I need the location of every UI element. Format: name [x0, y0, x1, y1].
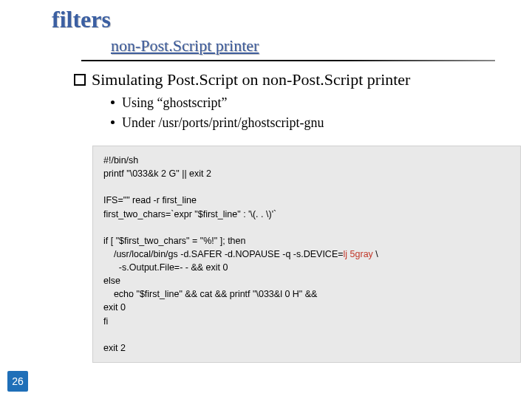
sub-bullet-2: Under /usr/ports/print/ghostscript-gnu: [111, 115, 517, 131]
code-line: fi: [103, 316, 108, 327]
dot-bullet-icon: [111, 100, 115, 104]
code-block: #!/bin/sh printf "\033&k 2 G" || exit 2 …: [92, 146, 521, 363]
divider: [81, 60, 495, 61]
code-line: if [ "$first_two_chars" = "%!" ]; then: [103, 236, 245, 246]
slide-number-badge: 26: [7, 371, 28, 392]
sub-bullet-1-text: Using “ghostscript”: [122, 95, 227, 110]
slide-number: 26: [12, 375, 24, 387]
page-title: filters: [52, 6, 517, 33]
main-bullet: Simulating Post.Script on non-Post.Scrip…: [74, 70, 517, 89]
code-line: IFS="" read -r first_line: [103, 195, 197, 205]
code-line: \: [373, 249, 378, 259]
square-bullet-icon: [74, 74, 86, 86]
page-subtitle: non-Post.Script printer: [111, 36, 259, 55]
slide: Computer Center, CS, NCTU 26 filters non…: [0, 0, 532, 399]
main-bullet-text: Simulating Post.Script on non-Post.Scrip…: [92, 70, 410, 89]
code-line: else: [103, 276, 120, 286]
content-area: filters non-Post.Script printer Simulati…: [52, 6, 517, 363]
subtitle-row: non-Post.Script printer: [111, 36, 517, 55]
code-line: printf "\033&k 2 G" || exit 2: [103, 168, 211, 179]
code-line: exit 0: [103, 302, 126, 313]
code-line: #!/bin/sh: [103, 155, 138, 166]
code-highlight: lj 5gray: [344, 249, 373, 259]
code-line: echo "$first_line" && cat && printf "\03…: [103, 289, 317, 299]
sub-bullet-2-text: Under /usr/ports/print/ghostscript-gnu: [122, 115, 324, 130]
code-line: -s.Output.File=- - && exit 0: [103, 262, 228, 273]
dot-bullet-icon: [111, 120, 115, 124]
sub-bullet-1: Using “ghostscript”: [111, 95, 517, 111]
code-line: /usr/local/bin/gs -d.SAFER -d.NOPAUSE -q…: [103, 249, 344, 259]
code-line: first_two_chars=`expr "$first_line" : '\…: [103, 209, 276, 219]
code-line: exit 2: [103, 343, 126, 353]
